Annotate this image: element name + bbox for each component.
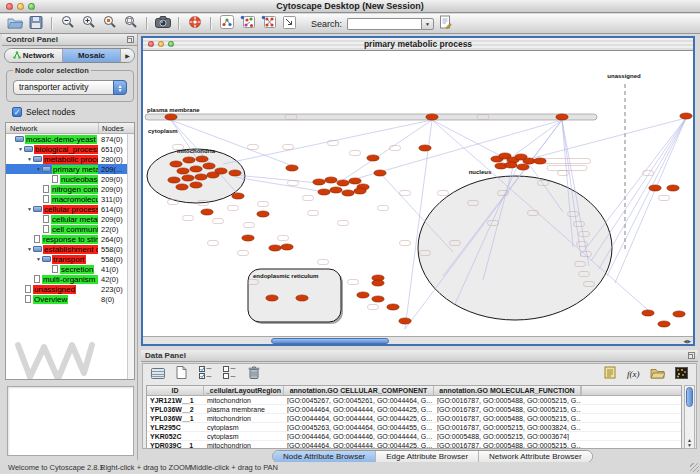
attribute-notes-button[interactable]: [600, 365, 619, 383]
graph-node[interactable]: [168, 177, 180, 183]
graph-node[interactable]: [203, 163, 215, 169]
search-input[interactable]: [347, 18, 421, 30]
graph-node[interactable]: [523, 158, 535, 164]
graph-node[interactable]: [649, 185, 661, 191]
search-dropdown-button[interactable]: ▼: [421, 18, 434, 30]
hscroll-thumb[interactable]: [271, 338, 389, 344]
graph-node[interactable]: [296, 295, 308, 301]
tree-vertical-scrollbar[interactable]: [127, 134, 134, 379]
graph-node[interactable]: [419, 145, 431, 151]
zoom-in-button[interactable]: [79, 15, 98, 33]
matrix-view-button[interactable]: [672, 365, 691, 383]
graph-node[interactable]: [357, 292, 369, 298]
node-color-attribute-select[interactable]: transporter activity ▲▼: [13, 80, 127, 95]
canvas-horizontal-scrollbar[interactable]: ◀▶: [143, 336, 693, 344]
col-region[interactable]: _cellularLayoutRegion: [204, 386, 284, 395]
graph-node[interactable]: [177, 168, 189, 174]
graph-node[interactable]: [182, 175, 194, 181]
graph-node[interactable]: [534, 158, 546, 164]
tree-expand-arrow-icon[interactable]: ▼: [17, 146, 24, 152]
new-attribute-button[interactable]: [172, 365, 191, 383]
graph-node[interactable]: [229, 170, 241, 176]
delete-attribute-button[interactable]: [244, 365, 263, 383]
tree-expand-arrow-icon[interactable]: ▼: [26, 246, 33, 252]
attribute-formula-button[interactable]: f(x): [624, 365, 643, 383]
graph-node[interactable]: [232, 193, 244, 199]
tree-row[interactable]: ▼primary metabo209(...: [6, 164, 134, 174]
graph-node[interactable]: [195, 174, 207, 180]
graph-node[interactable]: [372, 280, 384, 286]
view-zoom-button[interactable]: [168, 41, 174, 47]
table-row[interactable]: YPL036W__2plasma membrane[GO:0044464, GO…: [147, 405, 681, 414]
zoom-button[interactable]: [28, 3, 35, 10]
graph-node[interactable]: [318, 189, 330, 195]
graph-node[interactable]: [426, 114, 438, 120]
region-nucleus[interactable]: [418, 176, 612, 320]
unselect-attributes-button[interactable]: [220, 365, 239, 383]
close-button[interactable]: [6, 3, 13, 10]
tab-node-attribute-browser[interactable]: Node Attribute Browser: [273, 451, 376, 462]
graph-edge[interactable]: [615, 118, 686, 283]
graph-node[interactable]: [190, 182, 202, 188]
graph-node[interactable]: [673, 311, 685, 317]
graph-edge[interactable]: [599, 118, 686, 269]
birds-eye-view-panel[interactable]: [7, 386, 134, 456]
tree-row[interactable]: Overview8(0): [6, 294, 134, 304]
tab-overflow-arrow[interactable]: ▶: [121, 49, 134, 62]
col-cellular-component[interactable]: annotation.GO CELLULAR_COMPONENT: [284, 386, 434, 395]
tree-row[interactable]: secretion41(0): [6, 264, 134, 274]
view-minimize-button[interactable]: [158, 41, 164, 47]
graph-node[interactable]: [313, 179, 325, 185]
graph-node[interactable]: [201, 209, 213, 215]
graph-node[interactable]: [242, 235, 254, 241]
graph-node[interactable]: [183, 157, 195, 163]
graph-node[interactable]: [349, 178, 361, 184]
tree-row[interactable]: nitrogen compo209(0): [6, 184, 134, 194]
tree-row[interactable]: response to stimulu264(0): [6, 234, 134, 244]
vizmapper-button[interactable]: [280, 15, 299, 33]
region-plasma-membrane[interactable]: [145, 114, 597, 120]
graph-node[interactable]: [680, 113, 692, 119]
graph-node[interactable]: [176, 184, 188, 190]
tree-row[interactable]: ▼cellular process614(0): [6, 204, 134, 214]
table-row[interactable]: YPL036W__1mitochondrion[GO:0044464, GO:0…: [147, 414, 681, 423]
graph-node[interactable]: [658, 321, 670, 327]
tree-row[interactable]: ▼metabolic process280(0): [6, 154, 134, 164]
view-close-button[interactable]: [148, 41, 154, 47]
select-nodes-checkbox[interactable]: ✓: [12, 107, 22, 117]
zoom-out-button[interactable]: [58, 15, 77, 33]
tree-row[interactable]: cellular metabo209(0): [6, 214, 134, 224]
graph-node[interactable]: [196, 156, 208, 162]
open-session-button[interactable]: [5, 15, 24, 33]
tab-edge-attribute-browser[interactable]: Edge Attribute Browser: [376, 451, 479, 462]
graph-edge[interactable]: [343, 120, 432, 180]
zoom-fit-button[interactable]: [121, 15, 140, 33]
network-canvas[interactable]: plasma membranecytoplasmmitochondrianucl…: [143, 52, 693, 336]
graph-node[interactable]: [257, 211, 269, 217]
table-row[interactable]: YDR039C__1mitochondrion[GO:0044464, GO:0…: [147, 441, 681, 449]
graph-node[interactable]: [266, 295, 278, 301]
table-row[interactable]: YKR052Ccytoplasm[GO:0044464, GO:0044446,…: [147, 432, 681, 441]
float-panel-icon[interactable]: [127, 36, 134, 43]
tree-expand-arrow-icon[interactable]: ▼: [26, 206, 33, 212]
create-view-button[interactable]: [217, 15, 236, 33]
graph-node[interactable]: [354, 188, 366, 194]
hscroll-arrows-icon[interactable]: ◀▶: [683, 337, 691, 345]
apply-layout-alt-button[interactable]: [259, 15, 278, 33]
tree-row[interactable]: nucleobase-209(0): [6, 174, 134, 184]
graph-node[interactable]: [190, 166, 202, 172]
save-session-button[interactable]: [26, 15, 45, 33]
col-id[interactable]: ID: [147, 386, 204, 395]
graph-node[interactable]: [374, 170, 386, 176]
table-vertical-scrollbar[interactable]: ▲▼: [684, 385, 695, 449]
graph-node[interactable]: [342, 190, 354, 196]
zoom-selected-button[interactable]: [100, 15, 119, 33]
table-row[interactable]: YLR295Ccytoplasm[GO:0045263, GO:0044464,…: [147, 423, 681, 432]
tree-row[interactable]: ▼establishment of lo558(0): [6, 244, 134, 254]
tree-row[interactable]: ▼biological_process651(0): [6, 144, 134, 154]
select-attributes-button[interactable]: [196, 365, 215, 383]
tree-row[interactable]: multi-organism pro42(0): [6, 274, 134, 284]
graph-node[interactable]: [387, 304, 399, 310]
table-row[interactable]: YJR121W__1mitochondrion[GO:0045267, GO:0…: [147, 396, 681, 405]
tree-expand-arrow-icon[interactable]: ▼: [35, 256, 42, 262]
